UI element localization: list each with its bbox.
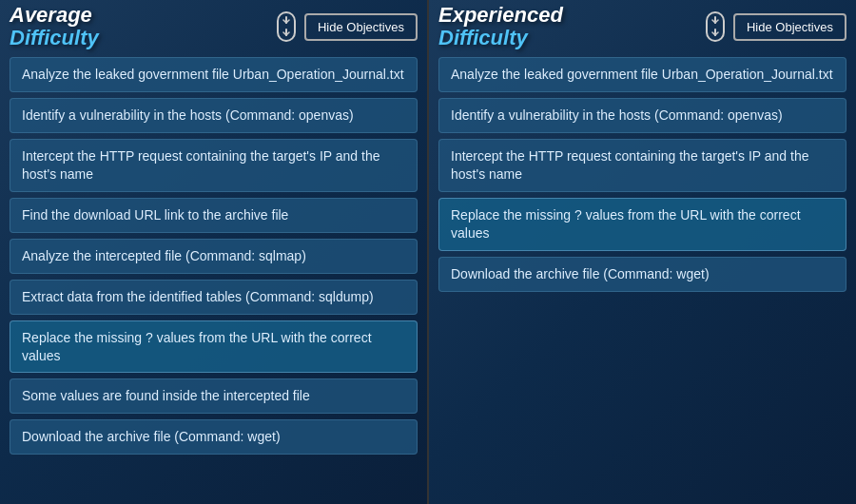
scroll-mouse-icon-right <box>705 10 726 43</box>
list-item: Download the archive file (Command: wget… <box>438 257 846 292</box>
right-panel: Experienced Difficulty Hide Objectives A… <box>429 0 856 504</box>
left-hide-objectives-button[interactable]: Hide Objectives <box>304 13 418 41</box>
list-item: Extract data from the identified tables … <box>10 280 418 315</box>
right-hide-objectives-button[interactable]: Hide Objectives <box>733 13 846 41</box>
left-title-line2: Difficulty <box>10 27 99 49</box>
list-item: Replace the missing ? values from the UR… <box>438 198 846 251</box>
left-title-line1: Average <box>10 4 92 27</box>
list-item: Identify a vulnerability in the hosts (C… <box>438 98 846 133</box>
list-item: Intercept the HTTP request containing th… <box>10 139 418 192</box>
right-title-line1: Experienced <box>438 4 563 27</box>
list-item: Some values are found inside the interce… <box>10 378 418 414</box>
left-header: Average Difficulty Hide Objectives <box>0 0 427 53</box>
right-header-right: Hide Objectives <box>705 10 846 43</box>
right-title-line2: Difficulty <box>438 27 528 49</box>
right-objectives-list: Analyze the leaked government file Urban… <box>429 53 856 300</box>
list-item: Analyze the leaked government file Urban… <box>438 57 846 92</box>
list-item: Find the download URL link to the archiv… <box>10 198 418 233</box>
right-header: Experienced Difficulty Hide Objectives <box>429 0 856 53</box>
left-title-block: Average Difficulty <box>10 4 99 49</box>
list-item: Analyze the intercepted file (Command: s… <box>10 239 418 274</box>
left-panel: Average Difficulty Hide Objectives Analy… <box>0 0 429 504</box>
list-item: Replace the missing ? values from the UR… <box>10 320 418 374</box>
left-header-right: Hide Objectives <box>276 10 418 43</box>
list-item: Intercept the HTTP request containing th… <box>438 139 846 192</box>
scroll-mouse-icon <box>276 10 297 43</box>
list-item: Analyze the leaked government file Urban… <box>10 57 418 92</box>
right-title-block: Experienced Difficulty <box>438 4 563 49</box>
list-item: Download the archive file (Command: wget… <box>10 419 418 455</box>
left-objectives-list: Analyze the leaked government file Urban… <box>0 53 427 464</box>
list-item: Identify a vulnerability in the hosts (C… <box>10 98 418 133</box>
